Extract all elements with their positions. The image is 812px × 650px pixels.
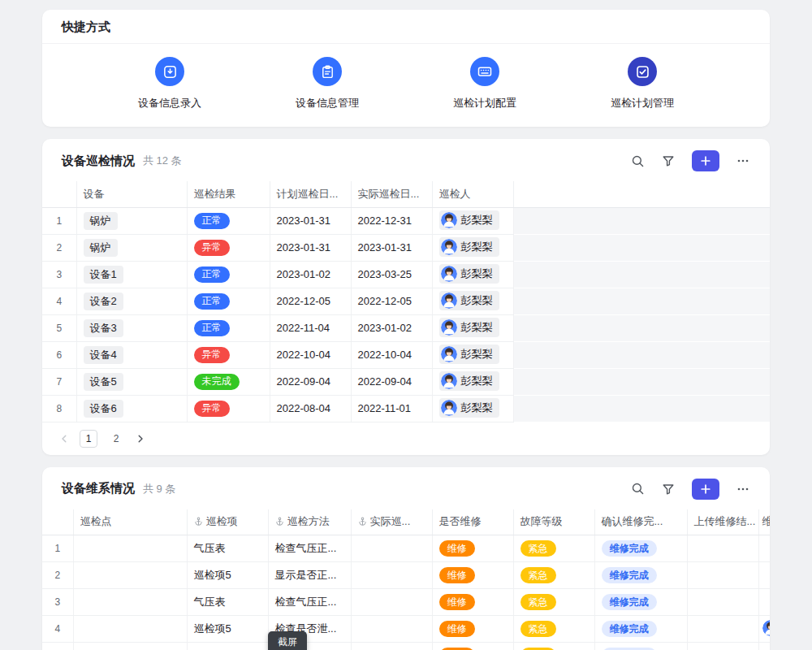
add-record-button[interactable]	[692, 479, 719, 500]
result-cell[interactable]: 未完成	[187, 368, 270, 395]
planned-date-cell[interactable]: 2022-11-04	[270, 314, 351, 341]
row-number[interactable]: 4	[42, 288, 76, 314]
inspector-cell[interactable]: 彭梨梨	[432, 341, 513, 368]
page-1-button[interactable]: 1	[80, 430, 97, 448]
maintenance-row[interactable]: 1气压表检查气压正...维修紧急维修完成	[42, 535, 770, 562]
staff-cell[interactable]	[758, 589, 770, 616]
inspection-row[interactable]: 1锅炉正常2023-01-312022-12-31彭梨梨	[42, 207, 770, 234]
result-cell[interactable]: 正常	[187, 207, 270, 234]
column-header[interactable]: 实际巡检日...	[351, 181, 432, 207]
actual-date-cell[interactable]: 2022-12-31	[351, 207, 432, 234]
inspection-row[interactable]: 4设备2正常2022-12-052022-12-05彭梨梨	[42, 288, 770, 314]
result-cell[interactable]: 异常	[187, 395, 270, 422]
actual-cell[interactable]	[351, 589, 432, 616]
inspection-row[interactable]: 8设备6异常2022-08-042022-11-01彭梨梨	[42, 395, 770, 422]
more-icon[interactable]	[736, 482, 750, 496]
next-page-button[interactable]	[135, 433, 146, 444]
actual-cell[interactable]	[351, 616, 432, 643]
filter-icon[interactable]	[661, 154, 676, 168]
planned-date-cell[interactable]: 2023-01-31	[270, 207, 351, 234]
inspection-row[interactable]: 7设备5未完成2022-09-042022-09-04彭梨梨	[42, 368, 770, 395]
repair-cell[interactable]: 维修	[432, 643, 513, 650]
result-cell[interactable]: 正常	[187, 261, 270, 288]
column-header[interactable]: 是否维修	[432, 509, 513, 535]
column-header[interactable]: 巡检结果	[187, 181, 270, 207]
device-cell[interactable]: 锅炉	[76, 234, 187, 261]
search-icon[interactable]	[630, 482, 645, 496]
level-cell[interactable]: 紧急	[513, 643, 594, 650]
shortcut-device-info-entry[interactable]: 设备信息录入	[109, 57, 231, 110]
level-cell[interactable]: 紧急	[513, 535, 594, 562]
repair-cell[interactable]: 维修	[432, 562, 513, 589]
planned-date-cell[interactable]: 2022-08-04	[270, 395, 351, 422]
repair-done-button[interactable]: 维修完成	[602, 540, 657, 557]
actual-cell[interactable]	[351, 535, 432, 562]
inspection-row[interactable]: 2锅炉异常2023-01-312023-01-31彭梨梨	[42, 234, 770, 261]
result-cell[interactable]: 异常	[187, 234, 270, 261]
upload-cell[interactable]	[687, 562, 758, 589]
more-icon[interactable]	[736, 154, 750, 168]
column-header[interactable]: 维	[758, 509, 770, 535]
row-number[interactable]: 1	[42, 207, 76, 234]
planned-date-cell[interactable]: 2023-01-31	[270, 234, 351, 261]
add-record-button[interactable]	[692, 150, 719, 171]
actual-date-cell[interactable]: 2022-12-05	[351, 288, 432, 314]
maintenance-row[interactable]: 4巡检项5检查是否泄...维修紧急维修完成	[42, 616, 770, 643]
actual-date-cell[interactable]: 2023-01-02	[351, 314, 432, 341]
planned-date-cell[interactable]: 2022-10-04	[270, 341, 351, 368]
row-number[interactable]: 3	[42, 589, 73, 616]
staff-cell[interactable]	[758, 643, 770, 650]
upload-cell[interactable]	[687, 643, 758, 650]
actual-date-cell[interactable]: 2022-11-01	[351, 395, 432, 422]
upload-cell[interactable]	[687, 535, 758, 562]
row-number[interactable]: 2	[42, 562, 73, 589]
maintenance-row[interactable]: 2巡检项5显示是否正...维修紧急维修完成	[42, 562, 770, 589]
method-cell[interactable]: 检查气压正...	[268, 535, 351, 562]
maintenance-row[interactable]: 5巡检项5显示是否正...维修紧急维修完成	[42, 643, 770, 650]
column-header[interactable]: 巡检方法	[268, 509, 351, 535]
actual-date-cell[interactable]: 2023-01-31	[351, 234, 432, 261]
column-header[interactable]: 设备	[76, 181, 187, 207]
item-cell[interactable]: 巡检项5	[187, 616, 268, 643]
device-cell[interactable]: 锅炉	[76, 207, 187, 234]
shortcut-device-info-manage[interactable]: 设备信息管理	[266, 57, 388, 110]
point-cell[interactable]	[73, 643, 187, 650]
inspector-cell[interactable]: 彭梨梨	[432, 314, 513, 341]
inspector-cell[interactable]: 彭梨梨	[432, 261, 513, 288]
actual-cell[interactable]	[351, 562, 432, 589]
search-icon[interactable]	[630, 154, 645, 168]
level-cell[interactable]: 紧急	[513, 562, 594, 589]
confirm-cell[interactable]: 维修完成	[594, 535, 687, 562]
inspector-cell[interactable]: 彭梨梨	[432, 395, 513, 422]
planned-date-cell[interactable]: 2023-01-02	[270, 261, 351, 288]
point-cell[interactable]	[73, 535, 187, 562]
device-cell[interactable]: 设备4	[76, 341, 187, 368]
planned-date-cell[interactable]: 2022-09-04	[270, 368, 351, 395]
upload-cell[interactable]	[687, 589, 758, 616]
actual-date-cell[interactable]: 2022-09-04	[351, 368, 432, 395]
item-cell[interactable]: 巡检项5	[187, 643, 268, 650]
staff-cell[interactable]	[758, 535, 770, 562]
planned-date-cell[interactable]: 2022-12-05	[270, 288, 351, 314]
staff-cell[interactable]	[758, 616, 770, 643]
row-number[interactable]: 2	[42, 234, 76, 261]
device-cell[interactable]: 设备2	[76, 288, 187, 314]
confirm-cell[interactable]: 维修完成	[594, 562, 687, 589]
inspector-cell[interactable]: 彭梨梨	[432, 234, 513, 261]
level-cell[interactable]: 紧急	[513, 616, 594, 643]
row-number[interactable]: 1	[42, 535, 73, 562]
column-header[interactable]: 巡检点	[73, 509, 187, 535]
row-number[interactable]: 5	[42, 314, 76, 341]
repair-done-button[interactable]: 维修完成	[602, 567, 657, 583]
device-cell[interactable]: 设备3	[76, 314, 187, 341]
method-cell[interactable]: 检查气压正...	[268, 589, 351, 616]
device-cell[interactable]: 设备6	[76, 395, 187, 422]
item-cell[interactable]: 巡检项5	[187, 562, 268, 589]
repair-done-button[interactable]: 维修完成	[602, 594, 657, 610]
result-cell[interactable]: 正常	[187, 314, 270, 341]
shortcut-inspection-plan-config[interactable]: 巡检计划配置	[424, 57, 546, 110]
column-header[interactable]: 巡检项	[187, 509, 268, 535]
prev-page-button[interactable]	[58, 433, 70, 444]
point-cell[interactable]	[73, 562, 187, 589]
repair-cell[interactable]: 维修	[432, 616, 513, 643]
